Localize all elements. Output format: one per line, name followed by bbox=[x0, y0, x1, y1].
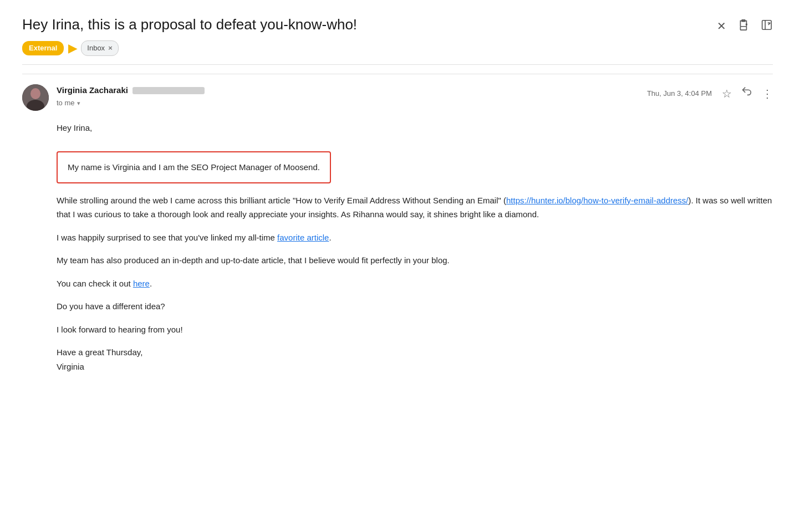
para6: I look forward to hearing from you! bbox=[57, 323, 773, 337]
email-meta-row: Virginia Zacharaki to me ▾ Thu, Jun 3, 4… bbox=[22, 74, 773, 116]
sender-to-chevron-icon[interactable]: ▾ bbox=[77, 99, 80, 108]
email-subject: Hey Irina, this is a proposal to defeat … bbox=[22, 16, 717, 34]
tag-external: External bbox=[22, 41, 64, 55]
tag-inbox[interactable]: Inbox × bbox=[81, 40, 118, 56]
svg-rect-0 bbox=[741, 27, 747, 30]
para2-before-link: I was happily surprised to see that you'… bbox=[57, 233, 277, 242]
para3-text: My team has also produced an in-depth an… bbox=[57, 255, 450, 265]
para2: I was happily surprised to see that you'… bbox=[57, 231, 773, 245]
para4-after-link: . bbox=[150, 279, 152, 288]
sender-name: Virginia Zacharaki bbox=[57, 85, 128, 95]
para4-before-link: You can check it out bbox=[57, 279, 133, 288]
sender-info: Virginia Zacharaki to me ▾ bbox=[57, 84, 205, 109]
sign-off-line1: Have a great Thursday, bbox=[57, 345, 773, 360]
avatar bbox=[22, 84, 49, 111]
para1: While strolling around the web I came ac… bbox=[57, 193, 773, 222]
open-external-icon[interactable] bbox=[761, 19, 773, 33]
svg-point-5 bbox=[30, 88, 40, 99]
email-date: Thu, Jun 3, 4:04 PM bbox=[647, 88, 712, 99]
para3: My team has also produced an in-depth an… bbox=[57, 253, 773, 268]
print-icon[interactable] bbox=[737, 19, 750, 33]
star-icon[interactable]: ☆ bbox=[722, 85, 732, 102]
email-container: Hey Irina, this is a proposal to defeat … bbox=[0, 0, 795, 405]
tag-inbox-close-icon[interactable]: × bbox=[108, 43, 113, 54]
sender-email-redacted bbox=[132, 87, 205, 94]
highlighted-sentence-block: My name is Virginia and I am the SEO Pro… bbox=[57, 151, 331, 183]
close-icon[interactable]: ✕ bbox=[717, 21, 726, 32]
avatar-svg bbox=[22, 84, 49, 111]
sign-off: Have a great Thursday, Virginia bbox=[57, 345, 773, 374]
greeting-text: Hey Irina, bbox=[57, 123, 92, 132]
svg-point-2 bbox=[746, 24, 747, 25]
highlighted-sentence: My name is Virginia and I am the SEO Pro… bbox=[68, 162, 320, 172]
sender-to: to me ▾ bbox=[57, 98, 205, 109]
para5: Do you have a different idea? bbox=[57, 299, 773, 314]
para1-link[interactable]: https://hunter.io/blog/how-to-verify-ema… bbox=[506, 196, 688, 205]
email-title-area: Hey Irina, this is a proposal to defeat … bbox=[22, 16, 717, 57]
para5-text: Do you have a different idea? bbox=[57, 301, 165, 311]
svg-rect-3 bbox=[762, 21, 772, 30]
meta-right: Thu, Jun 3, 4:04 PM ☆ ⋮ bbox=[647, 84, 773, 102]
para6-text: I look forward to hearing from you! bbox=[57, 325, 183, 334]
para4-link[interactable]: here bbox=[133, 279, 150, 288]
sender-area: Virginia Zacharaki to me ▾ bbox=[22, 84, 205, 111]
para2-after-link: . bbox=[329, 233, 331, 242]
email-header: Hey Irina, this is a proposal to defeat … bbox=[22, 16, 773, 57]
tag-inbox-label: Inbox bbox=[87, 43, 105, 54]
sender-name-row: Virginia Zacharaki bbox=[57, 84, 205, 97]
para2-link[interactable]: favorite article bbox=[277, 233, 329, 242]
email-body: Hey Irina, My name is Virginia and I am … bbox=[57, 121, 773, 374]
sender-to-label: to me bbox=[57, 98, 75, 109]
reply-icon[interactable] bbox=[741, 85, 753, 102]
tag-arrow-icon: ▶ bbox=[68, 40, 77, 57]
header-icons: ✕ bbox=[717, 16, 773, 33]
avatar-image bbox=[22, 84, 49, 111]
meta-right-icons: ☆ ⋮ bbox=[722, 85, 773, 102]
email-tags: External ▶ Inbox × bbox=[22, 40, 717, 57]
greeting-para: Hey Irina, bbox=[57, 121, 773, 135]
header-divider bbox=[22, 64, 773, 65]
sign-off-line2: Virginia bbox=[57, 360, 773, 374]
more-icon[interactable]: ⋮ bbox=[762, 85, 773, 102]
para1-before-link: While strolling around the web I came ac… bbox=[57, 196, 506, 205]
para4: You can check it out here. bbox=[57, 277, 773, 291]
